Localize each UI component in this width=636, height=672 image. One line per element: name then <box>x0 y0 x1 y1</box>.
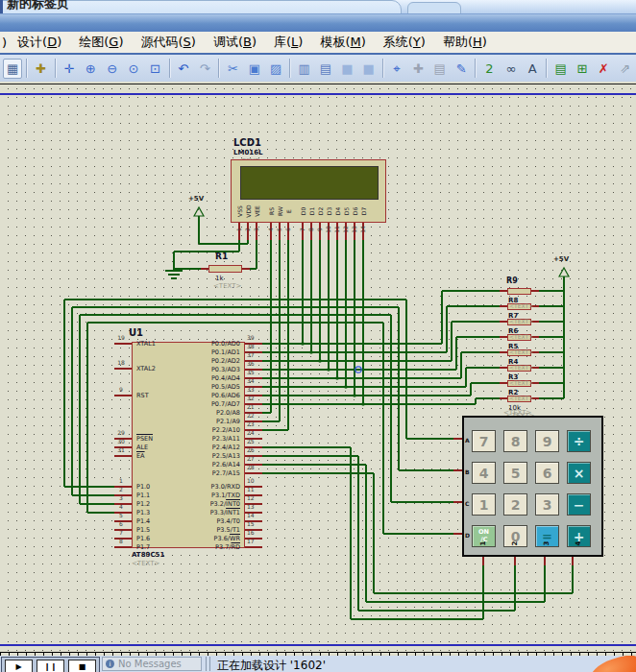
u1-pin-number: 24 <box>247 430 262 436</box>
keypad-key-−[interactable]: − <box>567 493 591 516</box>
menu-item-H[interactable]: 帮助(H) <box>436 33 494 52</box>
status-separator <box>206 657 207 671</box>
new-part-icon[interactable]: ✚ <box>408 59 428 79</box>
keypad-key-2[interactable]: 2 <box>503 493 527 516</box>
menu-item-D[interactable]: 设计(D) <box>11 33 68 52</box>
zoom-in-icon[interactable]: ⊕ <box>81 59 100 79</box>
menu-item-Y[interactable]: 系统(Y) <box>377 33 432 52</box>
redo-icon-glyph: ↷ <box>200 62 210 75</box>
rpack-text-placeholder: <TEXT> <box>509 379 533 386</box>
menu-item-label: 模板 <box>320 35 345 49</box>
keypad-key-9[interactable]: 9 <box>535 430 559 452</box>
lcd-pin-name: VEE <box>255 204 260 219</box>
play-button[interactable]: ▶ <box>5 660 33 672</box>
property-tool-icon[interactable]: A <box>523 59 542 79</box>
u1-pin-number: 23 <box>247 421 262 427</box>
schematic-canvas[interactable]: LCD1LM016L<TEXT>VSSVDDVEERSRWED0D1D2D3D4… <box>0 82 636 652</box>
keypad-component[interactable]: 789÷456×123−ON /C0=+ABCD1234 <box>462 416 603 557</box>
menu-item-partial: ) <box>0 36 11 50</box>
u1-pin-number: 35 <box>247 370 262 375</box>
keypad-key-3[interactable]: 3 <box>535 493 559 516</box>
probe-icon[interactable]: ✎ <box>452 59 471 79</box>
wire-label-icon[interactable]: 2 <box>479 59 499 79</box>
block-move-icon-glyph: ▤ <box>320 62 331 75</box>
u1-pin-label: XTAL2 <box>136 366 156 372</box>
u1-pin-number: 18 <box>112 360 130 366</box>
paste-icon[interactable]: ▨ <box>266 59 285 79</box>
stop-button[interactable]: ■ <box>68 660 96 672</box>
keypad-key-4[interactable]: 4 <box>472 462 496 484</box>
keypad-key-8[interactable]: 8 <box>503 430 527 452</box>
u1-pin-number: 39 <box>247 335 262 341</box>
u1-pin-label: P2.2/A10 <box>212 427 240 434</box>
edit-part-icon[interactable]: ⌖ <box>387 59 406 79</box>
rpack-resistor-R9[interactable] <box>507 288 531 295</box>
cut-icon-glyph: ✂ <box>228 62 238 75</box>
keypad-key-5[interactable]: 5 <box>503 462 527 484</box>
block-rotate-icon[interactable]: ■ <box>337 59 356 79</box>
menu-item-B[interactable]: 调试(B) <box>207 33 263 52</box>
u1-pin-label: P1.4 <box>136 518 150 525</box>
status-bar: ▶ ❙❙ ■ i No Messages 正在加载设计 '1602' <box>0 656 636 672</box>
u1-pin-number: 3 <box>112 495 130 501</box>
lcd-pin-number: 3 <box>254 222 259 237</box>
u1-pin-label: ALE <box>136 444 148 451</box>
package-icon[interactable]: ▤ <box>430 59 450 79</box>
lcd-pin-number: 2 <box>245 222 251 237</box>
browser-tab[interactable]: 新的标签页 <box>0 0 402 13</box>
u1-pin-label: P1.6 <box>136 536 150 542</box>
u1-pin-label: P2.1/A9 <box>216 419 240 425</box>
lcd-pin-name: D0 <box>301 204 306 219</box>
zoom-out-icon[interactable]: ⊖ <box>102 59 121 79</box>
keypad-key-÷[interactable]: ÷ <box>567 430 591 452</box>
lcd-pin-number: 14 <box>360 222 366 237</box>
toolbar-separator <box>169 59 170 78</box>
grid-icon[interactable]: ▦ <box>3 59 22 79</box>
keypad-key-6[interactable]: 6 <box>535 462 559 484</box>
pan-icon[interactable]: ✛ <box>60 59 79 79</box>
menu-item-L[interactable]: 库(L) <box>267 33 309 52</box>
property-tool-icon-glyph: A <box>528 62 537 75</box>
u1-pin-label: P3.6/WR <box>214 536 240 542</box>
remove-sheet-icon[interactable]: ✗ <box>594 59 613 79</box>
zoom-area-icon[interactable]: ⊡ <box>145 59 164 79</box>
lcd-component[interactable]: VSSVDDVEERSRWED0D1D2D3D4D5D6D7 <box>231 159 386 223</box>
redo-icon[interactable]: ↷ <box>195 59 214 79</box>
browser-tab-secondary[interactable] <box>407 2 461 13</box>
block-copy-icon[interactable]: ▥ <box>294 59 313 79</box>
u1-pin-label: P0.0/AD0 <box>211 341 240 348</box>
menu-item-G[interactable]: 绘图(G) <box>72 33 130 52</box>
origin-icon[interactable]: ✚ <box>31 59 50 79</box>
wire-label-icon-glyph: 2 <box>485 62 493 75</box>
keypad-key-7[interactable]: 7 <box>472 430 496 452</box>
menu-item-S[interactable]: 源代码(S) <box>134 33 202 52</box>
new-sheet-icon[interactable]: ⊞ <box>573 59 592 79</box>
copy-icon[interactable]: ▣ <box>245 59 264 79</box>
keypad-key-×[interactable]: × <box>567 462 591 484</box>
pause-button[interactable]: ❙❙ <box>37 660 64 672</box>
cut-icon[interactable]: ✂ <box>223 59 242 79</box>
lcd-model-label: LM016L <box>233 149 263 156</box>
goto-sheet-icon[interactable]: ⇗ <box>616 59 635 79</box>
u1-pin-label: P3.7/RD <box>215 544 240 551</box>
u1-pin-number: 33 <box>247 387 262 393</box>
u1-pin-number: 15 <box>247 521 262 527</box>
menu-item-M[interactable]: 模板(M) <box>313 33 372 52</box>
zoom-full-icon[interactable]: ⊙ <box>124 59 143 79</box>
r1-resistor[interactable] <box>208 265 242 273</box>
menu-item-label: 设计 <box>17 35 42 49</box>
search-icon[interactable]: ∞ <box>501 59 521 79</box>
u1-pin-label: PSEN <box>136 436 153 443</box>
u1-pin-label: P3.3/INT1 <box>210 510 240 516</box>
u1-pin-label: P2.5/A13 <box>212 453 240 460</box>
message-panel[interactable]: i No Messages <box>102 657 202 671</box>
design-explorer-icon[interactable]: ▤ <box>550 59 570 79</box>
block-delete-icon[interactable]: ■ <box>358 59 378 79</box>
block-move-icon[interactable]: ▤ <box>316 59 335 79</box>
browser-tab-label: 新的标签页 <box>7 0 69 12</box>
menu-item-hotkey: S <box>183 35 191 49</box>
keypad-key-1[interactable]: 1 <box>472 493 496 516</box>
u1-component[interactable]: XTAL1XTAL2RSTPSENALEEAP1.0P1.1P1.2P1.3P1… <box>132 342 245 548</box>
undo-icon[interactable]: ↶ <box>174 59 193 79</box>
u1-pin-number: 14 <box>247 513 262 518</box>
